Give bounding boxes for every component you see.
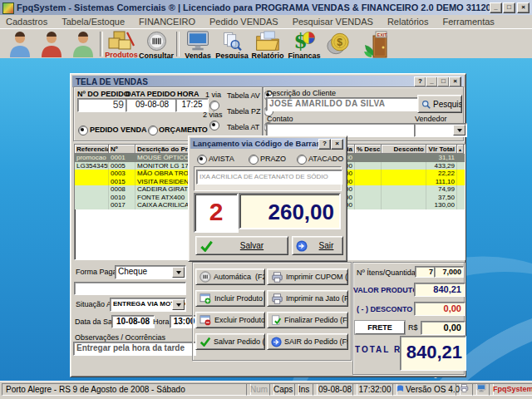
cliente-label: Descrição do Cliente: [267, 89, 336, 97]
toolbar-pesquisa-button[interactable]: Pesquisa: [214, 31, 249, 60]
finalizar-pedido-button[interactable]: Finalizar Pedido (F8): [267, 312, 348, 328]
toolbar-financas-button[interactable]: $ Finanças: [286, 31, 323, 60]
app-title: FpqSystem - Sistemas Comerciais ® | Lice…: [17, 2, 496, 12]
app-minimize-button[interactable]: _: [490, 2, 502, 13]
imprimir-cupom-button[interactable]: Imprimir CUPOM (F6): [267, 268, 348, 285]
dialog-salvar-button[interactable]: Salvar: [195, 236, 288, 255]
data-pedido-label: DATA PEDIDO: [126, 90, 175, 98]
dialog-sair-button[interactable]: Sair: [292, 236, 343, 255]
toolbar-client-blue-button[interactable]: [7, 31, 33, 57]
excluir-produto-button[interactable]: Excluir Produto (F4): [195, 312, 265, 328]
app-close-button[interactable]: ×: [517, 2, 530, 13]
dialog-titlebar: Lançamento via Código de Barras ? ×: [190, 138, 345, 149]
orcamento-label: ORÇAMENTO: [159, 126, 208, 134]
frete-button[interactable]: FRETE: [355, 321, 405, 334]
salvar-pedido-button[interactable]: Salvar Pedido (F5): [195, 333, 265, 350]
col-desconto: Desconto: [382, 145, 426, 154]
atacado-label: ATACADO: [308, 155, 343, 163]
hora-pedido-label: HORA: [177, 90, 200, 98]
app-maximize-button[interactable]: □: [503, 2, 515, 13]
pesquisar-label: Pesquisar: [433, 100, 461, 109]
monitor-icon: [184, 31, 212, 52]
forma-pagamento-combo[interactable]: Cheque: [115, 265, 186, 279]
avista-label: AVISTA: [209, 155, 234, 163]
add-product-icon: [200, 293, 212, 304]
toolbar-consultar-button[interactable]: Consultar: [138, 31, 175, 60]
vendedor-combo[interactable]: [414, 123, 467, 137]
monitor-mini-icon: [476, 384, 486, 392]
menu-financeiro[interactable]: FINANCEIRO: [133, 15, 201, 28]
menu-ferramentas[interactable]: Ferramentas: [437, 15, 500, 28]
situacao-combo-arrow[interactable]: [172, 299, 185, 310]
imprimir-jato-button[interactable]: Imprimir na Jato (F7): [267, 290, 348, 307]
menu-pesquisar-vendas[interactable]: Pesquisar VENDAS: [287, 15, 379, 28]
itens-value-box: 7: [415, 266, 436, 278]
dialog-title: Lançamento via Código de Barras: [193, 139, 321, 148]
check-icon: [200, 337, 211, 347]
atacado-radio[interactable]: [297, 155, 307, 165]
toolbar-separator: [176, 32, 180, 57]
observacoes-field[interactable]: Entregar pela hora da tarde: [73, 342, 196, 356]
finance-dollar-icon: $: [291, 31, 318, 52]
data-saida-field[interactable]: 10-08-08: [111, 315, 155, 328]
valor-produtos-box: 840,21: [414, 283, 466, 297]
vendas-window-titlebar: TELA DE VENDAS ? _ □ ×: [72, 76, 464, 87]
quantidade-box[interactable]: 2: [194, 193, 239, 233]
vendedor-combo-arrow[interactable]: [453, 125, 466, 135]
prazo-label: PRAZO: [260, 155, 286, 163]
orcamento-radio[interactable]: [148, 126, 158, 135]
grid-scroll-up-button[interactable]: ▲: [457, 145, 464, 154]
exit-arrow-icon: [271, 337, 282, 347]
tabela-av-label: Tabela AV: [227, 91, 260, 100]
person-green-icon: [70, 31, 96, 57]
printer-icon: [271, 272, 283, 283]
col-referencia: Referencia: [75, 145, 109, 154]
page-check-icon: [271, 315, 282, 326]
pesquisar-button[interactable]: Pesquisar: [417, 95, 462, 113]
toolbar-produtos-button[interactable]: Produtos: [105, 31, 138, 59]
total-box: 840,21: [400, 336, 466, 371]
forma-pagamento-combo-arrow[interactable]: [172, 267, 185, 278]
person-red-icon: [38, 31, 65, 57]
printer-mini-icon: [460, 384, 469, 392]
toolbar-relatorio-button[interactable]: Relatório: [249, 31, 286, 60]
printer-icon: [271, 293, 283, 304]
toolbar-coin-button[interactable]: $: [326, 32, 351, 56]
menu-pedido-vendas[interactable]: Pedido VENDAS: [204, 15, 284, 28]
menu-cadastros[interactable]: Cadastros: [0, 15, 53, 28]
data-pedido-field[interactable]: 09-08-08: [126, 98, 179, 112]
products-boxes-icon: [106, 31, 136, 51]
via2-radio[interactable]: [209, 121, 219, 131]
frete-moeda-label: R$: [408, 323, 418, 332]
pedido-field[interactable]: 59: [77, 98, 127, 112]
app-titlebar: FpqSystem - Sistemas Comerciais ® | Lice…: [0, 0, 532, 15]
situacao-combo[interactable]: ENTREGA VIA MOTOBO': [110, 298, 186, 312]
desconto-box: 0,00: [414, 302, 466, 316]
toolbar-exit-button[interactable]: EXIT: [362, 30, 391, 58]
vendas-window-title: TELA DE VENDAS: [76, 77, 148, 86]
pagamento-extra-field[interactable]: [74, 282, 186, 295]
svg-text:$: $: [337, 37, 342, 48]
menu-tabela-estoque[interactable]: Tabela/Estoque: [56, 15, 131, 28]
incluir-produto-button[interactable]: Incluir Produto (F3): [195, 290, 265, 307]
dialog-help-button[interactable]: ?: [318, 139, 331, 150]
search-docs-icon: [221, 31, 243, 52]
produto-descricao-field[interactable]: IXA ACRILICA DE ACETANATO DE SÓDIO: [196, 170, 342, 185]
magnifier-icon: [421, 100, 431, 109]
via1-radio[interactable]: [209, 101, 219, 111]
via1-label: 1 via: [205, 91, 221, 99]
toolbar-client-red-button[interactable]: [38, 31, 65, 57]
automatica-button[interactable]: Automática (F2): [195, 268, 265, 285]
toolbar-vendas-button[interactable]: Vendas: [181, 31, 214, 60]
dialog-close-button[interactable]: ×: [331, 139, 343, 150]
vendedor-label: Vendedor: [415, 115, 447, 123]
prazo-radio[interactable]: [249, 155, 259, 165]
statusbar: Porto Alegre - RS 9 de Agosto de 2008 - …: [0, 381, 532, 399]
sair-pedido-button[interactable]: SAIR do Pedido (F9): [267, 333, 348, 350]
pedido-venda-radio[interactable]: [78, 126, 88, 135]
cliente-field[interactable]: JOSÉ AMARILDO DA SILVA: [266, 97, 421, 111]
avista-radio[interactable]: [197, 155, 207, 165]
preco-box[interactable]: 260,00: [239, 193, 341, 229]
toolbar-client-green-button[interactable]: [70, 31, 96, 57]
menu-relatorios[interactable]: Relatórios: [382, 15, 435, 28]
